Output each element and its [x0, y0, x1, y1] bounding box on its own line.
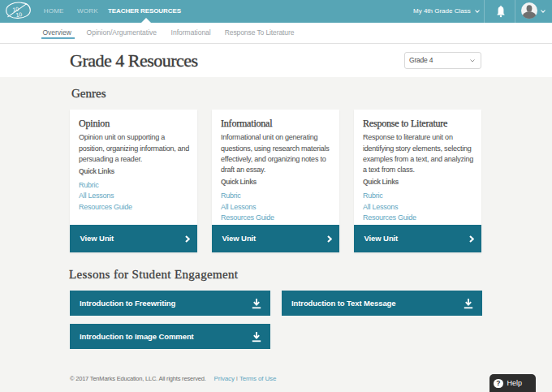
svg-text:10: 10	[15, 11, 23, 18]
